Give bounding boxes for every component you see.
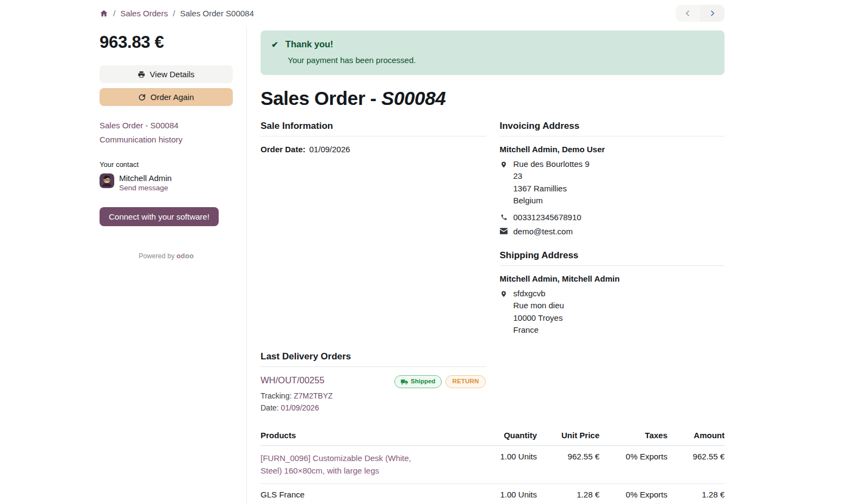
- send-message-link[interactable]: Send message: [119, 184, 168, 192]
- shipped-badge: Shipped: [394, 375, 442, 388]
- product-quantity: 1.00 Units: [466, 446, 537, 484]
- tracking-label: Tracking:: [261, 391, 292, 400]
- info-columns: Sale Information Order Date:01/09/2026 I…: [261, 121, 725, 337]
- shipping-address-heading: Shipping Address: [500, 250, 725, 266]
- check-icon: ✔: [271, 40, 279, 49]
- layout: 963.83 € View Details Order Again Sales …: [100, 27, 725, 504]
- portal-page: / Sales Orders / Sales Order S00084 963.…: [100, 0, 725, 504]
- chevron-left-icon: [684, 10, 691, 17]
- main-content: ✔ Thank you! Your payment has been proce…: [246, 27, 725, 504]
- contact-info: Mitchell Admin Send message: [119, 173, 172, 192]
- invoicing-address-lines: Rue des Bourlottes 9 23 1367 Ramillies B…: [513, 159, 590, 208]
- invoicing-address-section: Invoicing Address Mitchell Admin, Demo U…: [500, 121, 725, 236]
- product-taxes: 0% Exports: [599, 446, 667, 484]
- return-badge[interactable]: RETURN: [446, 375, 485, 388]
- printer-icon: [138, 71, 145, 78]
- map-pin-icon: [500, 290, 508, 298]
- payment-success-alert: ✔ Thank you! Your payment has been proce…: [261, 30, 725, 75]
- product-taxes: 0% Exports: [599, 483, 667, 504]
- tracking-value[interactable]: Z7M2TBYZ: [294, 391, 333, 400]
- last-delivery-orders-heading: Last Delivery Orders: [261, 351, 486, 367]
- order-again-button[interactable]: Order Again: [100, 88, 233, 106]
- connect-software-button[interactable]: Connect with your software!: [100, 207, 219, 226]
- product-amount: 962.55 €: [667, 446, 725, 484]
- products-table: Products Quantity Unit Price Taxes Amoun…: [261, 426, 725, 504]
- contact-name: Mitchell Admin: [119, 173, 172, 183]
- column-header-unit-price: Unit Price: [537, 426, 599, 446]
- product-unit-price: 962.55 €: [537, 446, 599, 484]
- delivery-badges: Shipped RETURN: [394, 375, 486, 388]
- sale-information-column: Sale Information Order Date:01/09/2026: [261, 121, 486, 337]
- order-date-value: 01/09/2026: [310, 145, 350, 154]
- invoicing-phone-value: 003312345678910: [513, 213, 581, 222]
- address-line: 1367 Ramillies: [513, 184, 590, 194]
- column-header-taxes: Taxes: [599, 426, 667, 446]
- sidebar-link-communication-history[interactable]: Communication history: [100, 134, 233, 146]
- page-title: Sales Order - S00084: [261, 88, 725, 109]
- truck-icon: [401, 379, 408, 385]
- breadcrumb-current: Sales Order S00084: [180, 9, 254, 18]
- view-details-button[interactable]: View Details: [100, 65, 233, 83]
- product-quantity: 1.00 Units: [466, 483, 537, 504]
- delivery-tracking: Tracking: Z7M2TBYZ: [261, 391, 486, 400]
- invoicing-email-value[interactable]: demo@test.com: [513, 227, 573, 236]
- delivery-date-value: 01/09/2026: [281, 403, 319, 412]
- address-line: Rue des Bourlottes 9: [513, 159, 590, 169]
- breadcrumb: / Sales Orders / Sales Order S00084: [100, 9, 254, 18]
- breadcrumb-sales-orders[interactable]: Sales Orders: [120, 9, 168, 18]
- table-row: GLS France 1.00 Units 1.28 € 0% Exports …: [261, 483, 725, 504]
- avatar: [100, 173, 114, 188]
- refresh-icon: [138, 94, 146, 101]
- breadcrumb-separator: /: [113, 9, 115, 18]
- alert-title: Thank you!: [286, 39, 333, 49]
- odoo-logo[interactable]: odoo: [176, 252, 194, 260]
- shipping-address-name: Mitchell Admin, Mitchell Admin: [500, 274, 725, 283]
- sidebar-link-sales-order[interactable]: Sales Order - S00084: [100, 120, 233, 132]
- contact-card: Mitchell Admin Send message: [100, 173, 233, 192]
- order-amount: 963.83 €: [100, 33, 233, 52]
- delivery-reference-link[interactable]: WH/OUT/00255: [261, 375, 324, 385]
- delivery-row: WH/OUT/00255 Shipped RETURN: [261, 375, 486, 388]
- powered-by-label: Powered by: [139, 252, 175, 260]
- shipped-badge-label: Shipped: [411, 378, 435, 385]
- envelope-icon: [500, 228, 508, 234]
- delivery-date: Date: 01/09/2026: [261, 403, 486, 412]
- addresses-column: Invoicing Address Mitchell Admin, Demo U…: [500, 121, 725, 337]
- alert-message: Your payment has been processed.: [288, 55, 714, 65]
- address-line: 10000 Troyes: [513, 313, 564, 323]
- powered-by: Powered by odoo: [100, 252, 233, 260]
- last-delivery-orders-section: Last Delivery Orders WH/OUT/00255 Shippe…: [261, 351, 486, 412]
- next-order-button[interactable]: [700, 5, 725, 22]
- products-section: Products Quantity Unit Price Taxes Amoun…: [261, 426, 725, 504]
- product-link[interactable]: [FURN_0096] Customizable Desk (White, St…: [261, 453, 411, 475]
- order-again-label: Order Again: [150, 92, 194, 102]
- address-line: France: [513, 325, 564, 335]
- column-header-amount: Amount: [667, 426, 725, 446]
- product-name: GLS France: [261, 483, 466, 504]
- sidebar: 963.83 € View Details Order Again Sales …: [100, 27, 233, 504]
- contact-heading: Your contact: [100, 160, 233, 169]
- delivery-date-label: Date:: [261, 403, 279, 412]
- map-pin-icon: [500, 160, 508, 169]
- sale-information-heading: Sale Information: [261, 121, 486, 136]
- prev-order-button[interactable]: [676, 5, 700, 22]
- view-details-label: View Details: [150, 70, 194, 79]
- invoicing-address-name: Mitchell Admin, Demo User: [500, 145, 725, 154]
- home-icon[interactable]: [100, 9, 108, 17]
- product-amount: 1.28 €: [667, 483, 725, 504]
- table-row: [FURN_0096] Customizable Desk (White, St…: [261, 446, 725, 484]
- chevron-right-icon: [709, 10, 716, 17]
- column-header-products: Products: [261, 426, 466, 446]
- shipping-address-block: sfdxgcvb Rue mon dieu 10000 Troyes Franc…: [500, 289, 725, 337]
- invoicing-phone: 003312345678910: [500, 213, 725, 222]
- order-number: S00084: [381, 88, 446, 109]
- invoicing-email: demo@test.com: [500, 227, 725, 236]
- address-line: 23: [513, 171, 590, 181]
- products-table-header-row: Products Quantity Unit Price Taxes Amoun…: [261, 426, 725, 446]
- breadcrumb-separator: /: [173, 9, 175, 18]
- pager: [676, 5, 725, 22]
- alert-title-row: ✔ Thank you!: [271, 39, 714, 49]
- product-unit-price: 1.28 €: [537, 483, 599, 504]
- shipping-address-section: Shipping Address Mitchell Admin, Mitchel…: [500, 250, 725, 337]
- invoicing-address-block: Rue des Bourlottes 9 23 1367 Ramillies B…: [500, 159, 725, 208]
